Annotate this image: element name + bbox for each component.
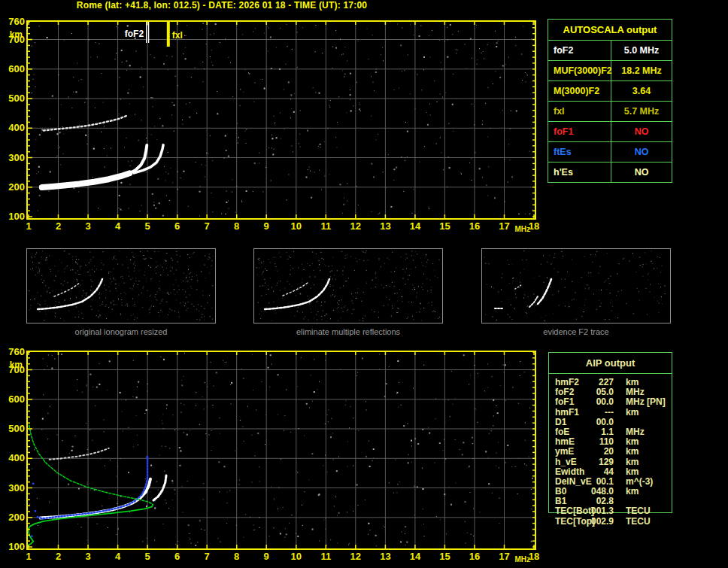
noise-dot <box>390 286 390 287</box>
noise-dot <box>137 387 138 387</box>
noise-dot <box>326 320 326 321</box>
noise-dot <box>352 313 353 314</box>
noise-dot <box>212 160 213 161</box>
noise-dot <box>44 369 45 370</box>
noise-dot <box>526 312 526 313</box>
noise-dot <box>660 272 661 273</box>
noise-dot <box>289 284 290 284</box>
noise-dot <box>366 456 367 457</box>
noise-dot <box>429 35 429 36</box>
noise-dot <box>211 308 212 308</box>
noise-dot <box>119 114 120 114</box>
noise-dot <box>303 269 304 270</box>
noise-dot <box>278 509 278 509</box>
x-axis-tick-label: 14 <box>405 551 425 562</box>
noise-dot <box>120 77 120 78</box>
noise-dot <box>202 81 203 82</box>
noise-dot <box>166 503 167 503</box>
noise-dot <box>356 375 357 376</box>
noise-dot <box>274 116 275 117</box>
noise-dot <box>79 314 80 315</box>
noise-dot <box>366 251 367 251</box>
noise-dot <box>427 124 429 126</box>
y-axis-tick-label: 400 <box>0 453 25 463</box>
noise-dot <box>230 384 231 385</box>
noise-dot <box>360 111 361 111</box>
noise-dot <box>168 294 169 295</box>
autoscala-row-label: h'Es <box>548 163 611 182</box>
top-ionogram-plot: foF2fxI760700600500400300200100km1234567… <box>26 20 536 220</box>
noise-dot <box>117 503 117 504</box>
noise-dot <box>271 320 272 321</box>
noise-dot <box>389 260 390 260</box>
noise-dot <box>477 59 478 60</box>
noise-dot <box>45 310 46 311</box>
noise-dot <box>254 530 255 530</box>
noise-dot <box>205 382 205 383</box>
noise-dot <box>144 413 145 414</box>
noise-dot <box>331 418 332 419</box>
noise-dot <box>121 299 122 300</box>
noise-dot <box>281 459 281 460</box>
x-axis-tick-label: 2 <box>49 551 68 562</box>
noise-dot <box>141 205 142 206</box>
noise-dot <box>183 302 184 302</box>
noise-dot <box>160 275 161 275</box>
noise-dot <box>337 147 338 148</box>
noise-dot <box>47 305 48 306</box>
noise-dot <box>511 466 512 467</box>
noise-dot <box>554 257 554 258</box>
noise-dot <box>202 23 204 24</box>
noise-dot <box>262 285 262 286</box>
noise-dot <box>77 390 77 391</box>
noise-dot <box>366 410 366 411</box>
noise-dot <box>161 357 162 357</box>
noise-dot <box>429 433 430 434</box>
noise-dot <box>150 312 150 313</box>
noise-dot <box>353 309 354 310</box>
noise-dot <box>186 281 187 281</box>
noise-dot <box>335 279 336 280</box>
noise-dot <box>146 409 147 411</box>
noise-dot <box>70 270 71 271</box>
noise-dot <box>414 289 415 290</box>
noise-dot <box>399 382 399 383</box>
noise-dot <box>287 199 287 200</box>
noise-dot <box>147 25 148 26</box>
noise-dot <box>184 305 185 306</box>
noise-dot <box>126 305 126 305</box>
noise-dot <box>80 266 80 267</box>
noise-dot <box>280 281 281 281</box>
noise-dot <box>313 87 314 88</box>
noise-dot <box>322 53 323 53</box>
noise-dot <box>56 276 56 277</box>
noise-dot <box>104 431 105 432</box>
noise-dot <box>398 484 399 484</box>
noise-dot <box>324 315 325 316</box>
noise-dot <box>504 159 505 159</box>
aip-row-value: 129 <box>570 457 614 467</box>
noise-dot <box>221 214 222 214</box>
noise-dot <box>277 306 278 307</box>
noise-dot <box>231 382 232 384</box>
noise-dot <box>157 178 159 180</box>
noise-dot <box>408 275 408 275</box>
noise-dot <box>372 280 373 281</box>
noise-dot <box>290 94 292 96</box>
noise-dot <box>297 32 298 32</box>
noise-dot <box>386 285 387 286</box>
noise-dot <box>402 296 402 297</box>
noise-dot <box>64 320 65 321</box>
noise-dot <box>297 67 298 68</box>
noise-dot <box>153 306 154 307</box>
noise-dot <box>114 301 114 302</box>
noise-dot <box>159 315 160 316</box>
noise-dot <box>126 399 126 400</box>
noise-dot <box>507 260 508 260</box>
noise-dot <box>332 278 333 279</box>
noise-dot <box>32 257 32 258</box>
noise-dot <box>42 251 43 251</box>
noise-dot <box>532 478 533 479</box>
noise-dot <box>97 56 98 57</box>
noise-dot <box>333 310 334 311</box>
